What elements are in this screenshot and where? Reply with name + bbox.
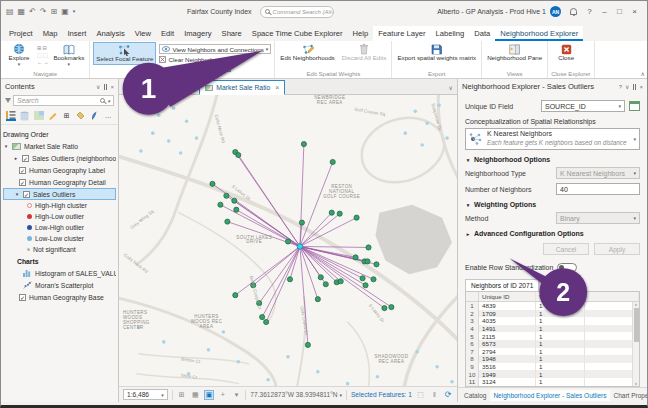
- focal-feature-point[interactable]: [297, 244, 303, 250]
- command-search-input[interactable]: Command Search (Alt+Q): [260, 6, 334, 18]
- zoom-to-neighborhood-button[interactable]: Zoom To Neighborhood: [159, 65, 271, 74]
- table-row[interactable]: 1019491: [466, 370, 639, 378]
- row-standardization-toggle[interactable]: [557, 263, 577, 272]
- ribbon-tab-neighborhood-explorer[interactable]: Neighborhood Explorer: [495, 26, 583, 41]
- navigate-mini-tools[interactable]: ⊞ ⊟⬚ ⬚← →: [37, 42, 48, 65]
- explore-button[interactable]: Explore ▾: [4, 42, 34, 68]
- pane-close-icon[interactable]: ×: [639, 84, 643, 90]
- table-row[interactable]: 1232081: [466, 386, 639, 387]
- snapping-grid-icon[interactable]: ⊞: [62, 110, 72, 121]
- open-table-icon[interactable]: [629, 101, 640, 111]
- ribbon-tab-help[interactable]: Help: [348, 26, 374, 41]
- ribbon-collapse-icon[interactable]: ∧: [641, 70, 645, 77]
- expander-icon[interactable]: ▸: [13, 155, 19, 161]
- chart-item-morans-scatterplot[interactable]: Moran's Scatterplot: [3, 279, 116, 291]
- ribbon-tab-labeling[interactable]: Labeling: [430, 26, 469, 41]
- filter-icon[interactable]: [5, 98, 11, 103]
- edit-neighborhoods-button[interactable]: Edit Neighborhoods: [278, 42, 336, 63]
- neighbor-point[interactable]: [287, 277, 292, 282]
- expander-icon[interactable]: ▾: [14, 191, 20, 197]
- more-tools-icon[interactable]: …: [103, 110, 113, 121]
- neighbor-point[interactable]: [260, 314, 265, 319]
- neighbor-point[interactable]: [210, 181, 215, 186]
- neighbor-point[interactable]: [285, 239, 290, 244]
- neighbor-point[interactable]: [315, 297, 320, 302]
- advanced-configuration-section[interactable]: ▸Advanced Configuration Options: [465, 230, 640, 237]
- notifications-icon[interactable]: [570, 8, 577, 15]
- unique-id-field-select[interactable]: SOURCE_ID▾: [541, 100, 625, 112]
- map-view-icon[interactable]: [34, 110, 44, 121]
- select-focal-feature-button[interactable]: Select Focal Feature: [93, 42, 156, 65]
- table-scrollbar[interactable]: ∧ ∨: [632, 302, 639, 386]
- method-select[interactable]: Binary▾: [556, 212, 640, 224]
- redo-icon[interactable]: ↷: [40, 8, 47, 16]
- map-tool-icon[interactable]: ▣: [61, 8, 69, 16]
- legend-item[interactable]: Low-High outlier: [3, 222, 116, 233]
- table-row[interactable]: 521151: [466, 332, 639, 340]
- weighting-options-section[interactable]: ▾Weighting Options: [465, 201, 640, 208]
- neighbor-point[interactable]: [371, 277, 376, 282]
- table-row[interactable]: 727941: [466, 348, 639, 356]
- undo-icon[interactable]: ↶: [29, 8, 36, 16]
- apply-button[interactable]: Apply: [594, 243, 640, 255]
- layer-sales-outliers-selected[interactable]: ▾ ✓ Sales Outliers: [3, 188, 116, 200]
- conceptualization-select[interactable]: K Nearest Neighbors Each feature gets K …: [465, 128, 640, 150]
- bottom-tab-catalog[interactable]: Catalog: [461, 390, 489, 401]
- neighbor-point[interactable]: [382, 306, 387, 311]
- save-icon[interactable]: ▤: [6, 8, 14, 16]
- pane-pin-icon[interactable]: [633, 84, 636, 90]
- neighbor-point[interactable]: [233, 293, 238, 298]
- minimize-button[interactable]: –: [597, 7, 612, 16]
- legend-item[interactable]: Low-Low cluster: [3, 233, 116, 244]
- export-spatial-weights-button[interactable]: Export spatial weights matrix: [395, 42, 478, 63]
- neighbor-point[interactable]: [337, 211, 342, 216]
- legend-item[interactable]: High-High cluster: [3, 200, 116, 211]
- table-row[interactable]: 935161: [466, 363, 639, 371]
- pane-help-icon[interactable]: ?: [619, 84, 622, 90]
- layer-checkbox[interactable]: ✓: [19, 167, 26, 174]
- neighbor-point[interactable]: [338, 279, 343, 284]
- table-row[interactable]: 148391: [466, 302, 639, 310]
- pause-drawing-icon[interactable]: ‖: [430, 390, 440, 400]
- selection-options-icon[interactable]: ⬚: [416, 390, 426, 400]
- layer-human-geography-detail[interactable]: ✓ Human Geography Detail: [3, 176, 116, 188]
- table-row[interactable]: 665731: [466, 340, 639, 348]
- neighbor-point[interactable]: [389, 305, 394, 310]
- ribbon-tab-imagery[interactable]: Imagery: [179, 26, 216, 41]
- layer-checkbox[interactable]: ✓: [19, 179, 26, 186]
- neighbor-point[interactable]: [264, 319, 269, 324]
- contents-search-input[interactable]: Search ▾: [13, 95, 114, 106]
- tab-statistics[interactable]: Statistics: [539, 279, 577, 291]
- ribbon-tab-map[interactable]: Map: [38, 26, 63, 41]
- bookmarks-button[interactable]: Bookmarks ▾: [51, 42, 86, 68]
- neighbor-point[interactable]: [218, 202, 223, 207]
- neighbor-point[interactable]: [323, 282, 328, 287]
- bottom-tab-neighborhood-explorer-sales-outliers[interactable]: Neighborhood Explorer - Sales Outliers: [490, 390, 609, 401]
- status-caret-icon[interactable]: ▾: [232, 390, 242, 400]
- folder-icon[interactable]: ▦: [18, 8, 26, 16]
- refresh-icon[interactable]: ⟳: [443, 390, 453, 400]
- view-tab-market-sale-ratio[interactable]: Market Sale Ratio ×: [199, 80, 285, 95]
- neighbor-point[interactable]: [318, 275, 323, 280]
- neighbor-point[interactable]: [365, 259, 370, 264]
- legend-item[interactable]: High-Low outlier: [3, 211, 116, 222]
- view-neighbors-dropdown[interactable]: View Neighbors and Connections ▾: [159, 44, 271, 54]
- layer-checkbox[interactable]: ✓: [19, 294, 26, 301]
- close-button[interactable]: ×: [627, 7, 642, 16]
- neighbor-point[interactable]: [353, 255, 358, 260]
- ribbon-tab-edit[interactable]: Edit: [156, 26, 179, 41]
- neighbor-point[interactable]: [299, 220, 304, 225]
- neighbor-point[interactable]: [234, 207, 239, 212]
- number-of-neighbors-input[interactable]: 40: [556, 183, 640, 195]
- ribbon-tab-share[interactable]: Share: [217, 26, 247, 41]
- neighbors-table[interactable]: Unique IDWeight1483912170913403514149115…: [465, 291, 640, 387]
- view-tab-vulnerability-index[interactable]: Vulnerability Index: [123, 80, 199, 94]
- layer-map-market-sale-ratio[interactable]: ▾ Market Sale Ratio: [3, 140, 116, 152]
- layers-icon[interactable]: ▦: [190, 390, 200, 400]
- legend-item[interactable]: Not significant: [3, 244, 116, 255]
- map-canvas[interactable]: NEWBRIDGEREC AREAGolf Course SqSoapstone…: [119, 95, 457, 386]
- ribbon-tab-view[interactable]: View: [130, 26, 156, 41]
- bottom-tab-chart-properties[interactable]: Chart Properties: [611, 390, 648, 401]
- neighbor-point[interactable]: [360, 276, 365, 281]
- neighborhood-pane-button[interactable]: Neighborhood Pane: [485, 42, 544, 63]
